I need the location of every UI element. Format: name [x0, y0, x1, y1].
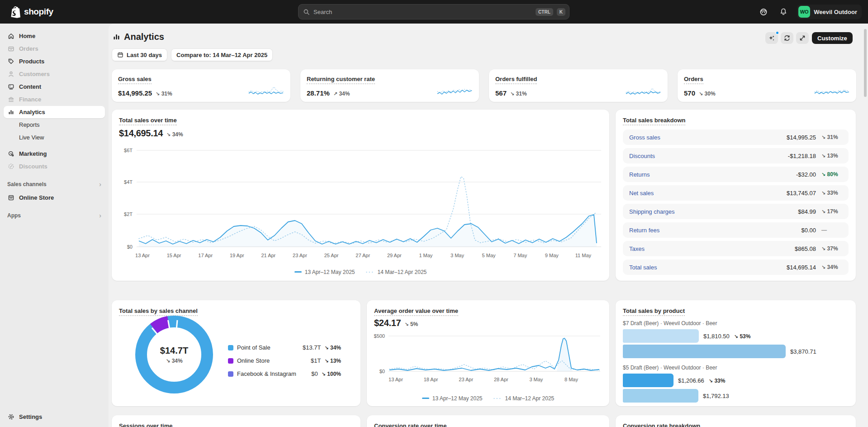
sidebar-item-discounts[interactable]: Discounts: [4, 160, 105, 173]
product-bar-current[interactable]: $1,810.50↘ 53%: [623, 329, 849, 343]
previous-period-bar: [623, 345, 786, 358]
breakdown-link[interactable]: Returns: [629, 171, 723, 178]
product-name: $5 Draft (Beer) · Weevil Outdoor · Beer: [623, 365, 849, 371]
sidekick-insights-button[interactable]: [765, 32, 778, 44]
trend-down-icon: ↘: [821, 264, 825, 270]
svg-text:18 Apr: 18 Apr: [424, 377, 438, 382]
channel-legend-online-store[interactable]: Online Store $1T ↘ 13%: [228, 354, 341, 367]
store-avatar: WO: [798, 6, 810, 18]
current-period-line: [139, 215, 597, 244]
channel-legend-point-of-sale[interactable]: Point of Sale $13.7T ↘ 34%: [228, 341, 341, 354]
trend-up-icon: ↗: [333, 91, 337, 97]
sidebar-item-orders[interactable]: Orders: [4, 43, 105, 55]
trend-delta: ↘ 5%: [404, 321, 418, 327]
svg-text:27 Apr: 27 Apr: [356, 253, 370, 258]
customers-icon: [7, 71, 14, 77]
notifications-bell-icon[interactable]: [777, 5, 790, 18]
refresh-cycle-button[interactable]: [781, 32, 793, 44]
trend-down-icon: ↘: [821, 209, 825, 215]
svg-text:13 Apr: 13 Apr: [389, 377, 403, 382]
sidebar-item-content[interactable]: Content: [4, 81, 105, 93]
shopify-logo[interactable]: shopify: [10, 0, 53, 24]
sparkles-icon: [768, 34, 775, 42]
svg-text:1 May: 1 May: [419, 253, 432, 258]
trend-down-icon: ↘: [734, 334, 738, 340]
sessions-over-time-card: Sessions over time: [112, 415, 360, 427]
svg-text:19 Apr: 19 Apr: [230, 253, 244, 258]
total-sales-over-time-card: Total sales over time $14,695.14 ↘ 34% $…: [112, 110, 609, 281]
breakdown-link[interactable]: Taxes: [629, 245, 723, 252]
average-order-value-card: Average order value over time $24.17 ↘ 5…: [367, 300, 609, 406]
discounts-icon: [7, 163, 14, 170]
sidebar-item-finance[interactable]: Finance: [4, 93, 105, 106]
sidebar-nav: Home Orders Products Customers Content F…: [0, 24, 109, 427]
svg-text:7 May: 7 May: [513, 253, 527, 258]
sidebar-item-online-store[interactable]: Online Store: [4, 192, 105, 204]
aov-line-chart: $500 $0 13 Apr 18 Apr 23 Apr 28 Apr 3 Ma…: [367, 328, 609, 387]
page-title: Analytics: [124, 32, 164, 42]
analytics-page-icon: [113, 33, 120, 41]
trend-down-icon: ↘: [322, 371, 326, 377]
facebook-instagram-swatch: [228, 371, 233, 377]
product-bar-previous[interactable]: $1,792.13: [623, 389, 849, 403]
top-bar: shopify Search CTRL K: [0, 0, 868, 24]
expand-diagonal-icon: [799, 34, 806, 42]
metric-card-returning-customer-rate[interactable]: Returning customer rate 28.71% ↗ 34%: [300, 69, 479, 102]
compare-to-button[interactable]: Compare to: 14 Mar–12 Apr 2025: [171, 48, 273, 61]
legend-previous-period[interactable]: ···14 Mar–12 Apr 2025: [366, 269, 427, 275]
breakdown-link[interactable]: Discounts: [629, 153, 723, 159]
date-range-button[interactable]: Last 30 days: [112, 48, 167, 61]
sidebar-item-reports[interactable]: Reports: [4, 119, 105, 131]
apps-header[interactable]: Apps ›: [4, 212, 105, 219]
sidebar-item-customers[interactable]: Customers: [4, 68, 105, 80]
sidebar-item-analytics[interactable]: Analytics: [4, 106, 105, 118]
product-bar-previous[interactable]: $3,870.71: [623, 345, 849, 358]
pos-swatch: [228, 345, 233, 350]
trend-delta: ↘ 30%: [699, 91, 716, 97]
current-period-bar: [623, 329, 699, 343]
home-icon: [7, 33, 14, 39]
svg-text:23 Apr: 23 Apr: [459, 377, 473, 382]
sidebar-item-settings[interactable]: Settings: [4, 411, 105, 423]
store-account-menu[interactable]: WO Weevil Outdoor: [797, 5, 862, 19]
legend-current-period[interactable]: 13 Apr–12 May 2025: [294, 269, 355, 275]
svg-text:8 May: 8 May: [564, 377, 578, 382]
legend-current-period[interactable]: 13 Apr–12 May 2025: [422, 395, 483, 402]
trend-down-icon: ↘: [821, 246, 825, 252]
product-bar-current[interactable]: $1,206.66↘ 33%: [623, 374, 849, 387]
sidebar-item-live-view[interactable]: Live View: [4, 131, 105, 144]
expand-fullscreen-button[interactable]: [796, 32, 809, 44]
breakdown-link[interactable]: Net sales: [629, 190, 723, 197]
total-sales-line-chart: $6T $4T $2T $0 13 Apr 15 Apr 17 Apr 19 A…: [112, 141, 609, 264]
metric-card-orders[interactable]: Orders 570 ↘ 30%: [678, 69, 856, 102]
channel-legend-facebook-instagram[interactable]: Facebook & Instagram $0 ↘ 100%: [228, 367, 341, 380]
sidebar-item-marketing[interactable]: Marketing: [4, 148, 105, 160]
svg-text:$0: $0: [127, 244, 133, 249]
customize-button[interactable]: Customize: [812, 32, 853, 44]
store-name: Weevil Outdoor: [814, 9, 857, 15]
sidekick-assistant-icon[interactable]: [757, 5, 770, 18]
previous-period-bar: [623, 389, 698, 403]
svg-text:$500: $500: [374, 333, 385, 339]
trend-down-icon: ↘: [699, 91, 703, 97]
sales-by-product-card: Total sales by product $7 Draft (Beer) ·…: [616, 300, 856, 406]
breakdown-link[interactable]: Shipping charges: [629, 208, 723, 215]
svg-text:9 May: 9 May: [545, 253, 559, 258]
sidebar-item-products[interactable]: Products: [4, 55, 105, 67]
conversion-rate-breakdown-card: Conversion rate breakdown: [616, 415, 856, 427]
breakdown-link[interactable]: Total sales: [629, 264, 723, 271]
svg-text:17 Apr: 17 Apr: [198, 253, 213, 258]
sales-channels-header[interactable]: Sales channels ›: [4, 181, 105, 188]
sidebar-item-home[interactable]: Home: [4, 30, 105, 42]
metric-card-gross-sales[interactable]: Gross sales $14,995.25 ↘ 31%: [112, 69, 290, 102]
svg-text:3 May: 3 May: [451, 253, 464, 258]
breakdown-link[interactable]: Gross sales: [629, 134, 723, 141]
vertical-scrollbar[interactable]: [864, 29, 867, 97]
search-input[interactable]: Search CTRL K: [298, 4, 569, 19]
trend-down-icon: ↘: [324, 358, 328, 364]
trend-down-icon: ↘: [404, 321, 408, 327]
metric-card-orders-fulfilled[interactable]: Orders fulfilled 567 ↘ 31%: [489, 69, 668, 102]
breakdown-link[interactable]: Return fees: [629, 227, 723, 234]
trend-down-icon: ↘: [821, 172, 825, 178]
legend-previous-period[interactable]: ···14 Mar–12 Apr 2025: [493, 395, 555, 402]
